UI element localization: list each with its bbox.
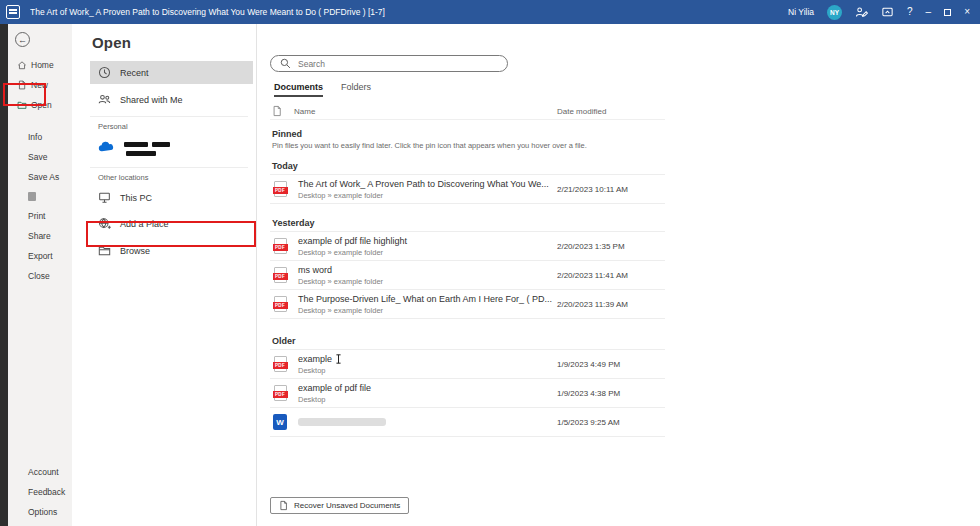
sidebar-item-save-as[interactable]: Save As — [8, 167, 72, 187]
search-input[interactable] — [298, 59, 498, 69]
sidebar-item-open[interactable]: Open — [8, 95, 72, 115]
home-icon — [17, 60, 27, 70]
document-icon — [279, 500, 288, 511]
file-name: example of pdf file highlight — [298, 236, 407, 246]
sidebar-item-home[interactable]: Home — [8, 55, 72, 75]
search-icon — [280, 58, 291, 69]
sidebar-item-label: Home — [31, 60, 54, 70]
section-label-today: Today — [272, 161, 665, 171]
maximize-button[interactable] — [944, 9, 951, 16]
file-name: ms word — [298, 265, 383, 275]
pdf-file-icon: PDF — [272, 296, 288, 312]
sidebar-item-label: Feedback — [28, 487, 65, 497]
minimize-button[interactable]: – — [926, 7, 932, 17]
file-location: Desktop » example folder — [298, 248, 407, 257]
back-arrow-icon: ← — [18, 35, 27, 45]
sidebar-item-close[interactable]: Close — [8, 266, 72, 286]
sidebar-item-label: Account — [28, 467, 59, 477]
recover-unsaved-documents-button[interactable]: Recover Unsaved Documents — [270, 497, 409, 514]
backstage-sidebar: ← Home New Open Info Save Save As Print … — [8, 24, 72, 526]
people-icon — [98, 93, 111, 106]
backstage-view: ← Home New Open Info Save Save As Print … — [0, 24, 980, 526]
sidebar-item-options[interactable]: Options — [8, 502, 72, 522]
word-file-icon: W — [272, 414, 288, 430]
sidebar-item-label: Export — [28, 251, 53, 261]
browse-folder-icon — [98, 244, 111, 257]
new-document-icon — [17, 80, 27, 90]
location-label: Shared with Me — [120, 95, 183, 105]
file-row[interactable]: PDF example of pdf file Desktop 1/9/2023… — [270, 379, 665, 408]
document-icon — [272, 105, 282, 117]
sidebar-item-feedback[interactable]: Feedback — [8, 482, 72, 502]
location-label: Add a Place — [120, 219, 169, 229]
file-date-modified: 1/9/2023 4:38 PM — [557, 389, 620, 398]
pdf-file-icon: PDF — [272, 238, 288, 254]
tab-folders[interactable]: Folders — [341, 82, 371, 97]
sidebar-item-export[interactable]: Export — [8, 246, 72, 266]
window-title: The Art of Work_ A Proven Path to Discov… — [30, 7, 385, 17]
user-name[interactable]: Ni Yilia — [788, 7, 814, 17]
file-row[interactable]: PDF ms word Desktop » example folder 2/2… — [270, 261, 665, 290]
file-name: example of pdf file — [298, 383, 371, 393]
file-date-modified: 2/21/2023 10:11 AM — [557, 185, 628, 194]
sidebar-item-label: Save As — [28, 172, 59, 182]
page-title: Open — [92, 34, 256, 51]
sidebar-item-info[interactable]: Info — [8, 127, 72, 147]
adobe-pdf-icon — [28, 192, 36, 201]
file-location: Desktop — [298, 395, 371, 404]
help-button[interactable]: ? — [907, 7, 913, 17]
location-label: Browse — [120, 246, 150, 256]
column-header-name[interactable]: Name — [294, 107, 315, 116]
location-onedrive[interactable] — [90, 135, 256, 162]
monitor-icon — [98, 191, 111, 204]
location-recent[interactable]: Recent — [90, 61, 253, 84]
file-list: Name Date modified Pinned Pin files you … — [270, 103, 665, 437]
sidebar-item-label: Share — [28, 231, 51, 241]
sidebar-item-save-as-adobe-pdf[interactable] — [8, 187, 72, 206]
section-label-pinned: Pinned — [272, 129, 665, 139]
file-row[interactable]: PDF example Desktop 1/9/2023 4:49 PM — [270, 350, 665, 379]
section-label-yesterday: Yesterday — [272, 218, 665, 228]
sidebar-item-label: Close — [28, 271, 50, 281]
pdf-file-icon: PDF — [272, 356, 288, 372]
clock-icon — [98, 66, 111, 79]
sidebar-item-new[interactable]: New — [8, 75, 72, 95]
sidebar-item-save[interactable]: Save — [8, 147, 72, 167]
location-shared-with-me[interactable]: Shared with Me — [90, 88, 253, 111]
recover-button-label: Recover Unsaved Documents — [294, 501, 400, 510]
file-name: The Art of Work_ A Proven Path to Discov… — [298, 179, 549, 189]
sidebar-item-label: Save — [28, 152, 47, 162]
file-tabs: Documents Folders — [274, 82, 980, 97]
text-cursor-icon — [335, 354, 342, 364]
pdf-file-icon: PDF — [272, 385, 288, 401]
avatar[interactable]: NY — [827, 5, 842, 20]
sidebar-item-label: Options — [28, 507, 57, 517]
section-label-other-locations: Other locations — [98, 173, 256, 182]
location-browse[interactable]: Browse — [90, 239, 253, 262]
column-header-date-modified[interactable]: Date modified — [557, 107, 606, 116]
user-edit-icon[interactable] — [855, 6, 868, 19]
file-location: Desktop » example folder — [298, 277, 383, 286]
recent-files-panel: Documents Folders Name Date modified Pin… — [257, 24, 980, 526]
pdf-file-icon: PDF — [272, 181, 288, 197]
location-this-pc[interactable]: This PC — [90, 186, 253, 209]
pdf-file-icon: PDF — [272, 267, 288, 283]
onedrive-cloud-icon — [98, 140, 115, 153]
back-button[interactable]: ← — [15, 32, 30, 47]
list-header: Name Date modified — [270, 103, 665, 120]
sidebar-item-print[interactable]: Print — [8, 206, 72, 226]
titlebar: The Art of Work_ A Proven Path to Discov… — [0, 0, 980, 24]
tab-documents[interactable]: Documents — [274, 82, 323, 97]
sidebar-item-label: Info — [28, 132, 42, 142]
location-add-a-place[interactable]: Add a Place — [90, 212, 253, 235]
file-row[interactable]: PDF example of pdf file highlight Deskto… — [270, 232, 665, 261]
ribbon-display-options-icon[interactable] — [881, 6, 894, 19]
sidebar-item-account[interactable]: Account — [8, 462, 72, 482]
search-box[interactable] — [270, 55, 508, 72]
close-button[interactable]: × — [964, 7, 970, 17]
file-row[interactable]: W 1/5/2023 9:25 AM — [270, 408, 665, 437]
file-row[interactable]: PDF The Purpose-Driven Life_ What on Ear… — [270, 290, 665, 319]
sidebar-item-share[interactable]: Share — [8, 226, 72, 246]
file-date-modified: 1/5/2023 9:25 AM — [557, 418, 620, 427]
file-row[interactable]: PDF The Art of Work_ A Proven Path to Di… — [270, 175, 665, 204]
